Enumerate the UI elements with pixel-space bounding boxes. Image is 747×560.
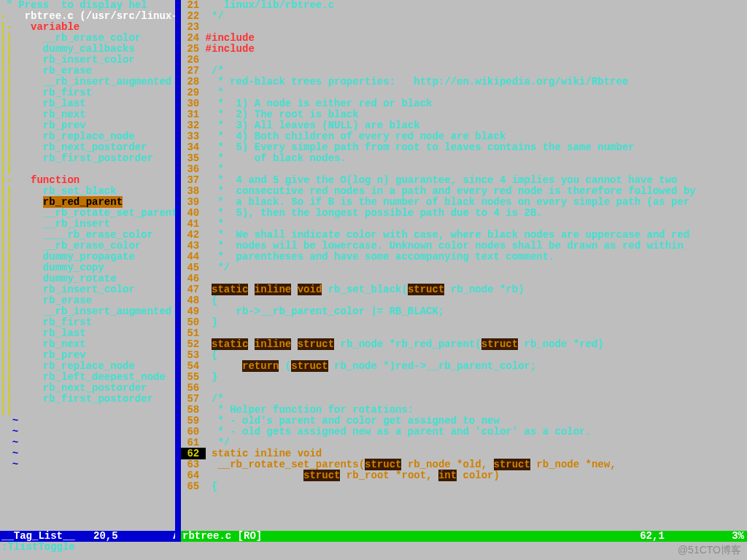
code-line[interactable]: 58 * Helper function for rotations: <box>181 405 747 416</box>
code-line[interactable]: 59 * - old's parent and color get assign… <box>181 416 747 427</box>
code-line[interactable]: 24 #include <box>181 33 747 44</box>
code-line[interactable]: 25 #include <box>181 44 747 55</box>
code-line[interactable]: 32 * 3) All leaves (NULL) are black <box>181 120 747 131</box>
code-line[interactable]: 31 * 2) The root is black <box>181 109 747 120</box>
command-line[interactable]: :TlistToggle <box>0 542 747 553</box>
code-line[interactable]: 46 <box>181 273 747 284</box>
code-line[interactable]: 50 } <box>181 317 747 328</box>
status-taglist: __Tag_List__ 20,5 All <box>0 531 175 542</box>
code-line[interactable]: 62 static inline void <box>181 448 747 459</box>
code-line[interactable]: 61 */ <box>181 438 747 448</box>
code-line[interactable]: 42 * We shall indicate color with case, … <box>181 230 747 241</box>
status-position: 62,1 3% <box>640 531 744 542</box>
code-line[interactable]: 26 <box>181 55 747 66</box>
code-line[interactable]: 48 { <box>181 295 747 306</box>
code-line[interactable]: 57 /* <box>181 394 747 405</box>
code-pane[interactable]: 21 linux/lib/rbtree.c 22 */ 23 24 #inclu… <box>181 0 747 531</box>
code-line[interactable]: 44 * parentheses and have some accompany… <box>181 252 747 262</box>
vertical-split[interactable] <box>175 0 181 531</box>
status-code: rbtree.c [RO] 62,1 3% <box>181 531 747 542</box>
taglist-pane[interactable]: " Press to display hel- rbtree.c (/usr/s… <box>0 0 175 531</box>
code-line[interactable]: 28 * red-black trees properties: http://… <box>181 77 747 88</box>
code-line[interactable]: 52 static inline struct rb_node *rb_red_… <box>181 339 747 350</box>
code-line[interactable]: 21 linux/lib/rbtree.c <box>181 0 747 11</box>
code-line[interactable]: 51 <box>181 328 747 339</box>
code-line[interactable]: 36 * <box>181 164 747 175</box>
code-line[interactable]: 60 * - old gets assigned new as a parent… <box>181 427 747 438</box>
status-filename: rbtree.c [RO] <box>182 531 262 542</box>
code-line[interactable]: 27 /* <box>181 66 747 77</box>
code-line[interactable]: 65 { <box>181 481 747 492</box>
code-line[interactable]: 39 * a black. So if B is the number of b… <box>181 197 747 208</box>
code-line[interactable]: 63 __rb_rotate_set_parents(struct rb_nod… <box>181 459 747 470</box>
code-line[interactable]: 43 * nodes will be lowercase. Unknown co… <box>181 241 747 252</box>
code-line[interactable]: 29 * <box>181 88 747 98</box>
code-line[interactable]: 41 * <box>181 219 747 230</box>
status-separator <box>175 531 181 542</box>
code-line[interactable]: 23 <box>181 22 747 33</box>
code-line[interactable]: 64 struct rb_root *root, int color) <box>181 470 747 481</box>
watermark: @51CTO博客 <box>678 544 741 557</box>
code-line[interactable]: 47 static inline void rb_set_black(struc… <box>181 284 747 295</box>
code-line[interactable]: 40 * 5), then the longest possible path … <box>181 208 747 219</box>
code-line[interactable]: 22 */ <box>181 11 747 22</box>
code-line[interactable]: 37 * 4 and 5 give the O(log n) guarantee… <box>181 175 747 186</box>
code-line[interactable]: 45 */ <box>181 262 747 273</box>
code-line[interactable]: 53 { <box>181 350 747 361</box>
code-line[interactable]: 34 * 5) Every simple path from root to l… <box>181 142 747 153</box>
code-line[interactable]: 38 * consecutive red nodes in a path and… <box>181 186 747 197</box>
code-line[interactable]: 54 return (struct rb_node *)red->__rb_pa… <box>181 361 747 372</box>
code-line[interactable]: 35 * of black nodes. <box>181 153 747 164</box>
code-line[interactable]: 30 * 1) A node is either red or black <box>181 98 747 109</box>
code-line[interactable]: 55 } <box>181 372 747 383</box>
code-line[interactable]: 49 rb->__rb_parent_color |= RB_BLACK; <box>181 306 747 317</box>
code-line[interactable]: 56 <box>181 383 747 394</box>
code-line[interactable]: 33 * 4) Both children of every red node … <box>181 131 747 142</box>
